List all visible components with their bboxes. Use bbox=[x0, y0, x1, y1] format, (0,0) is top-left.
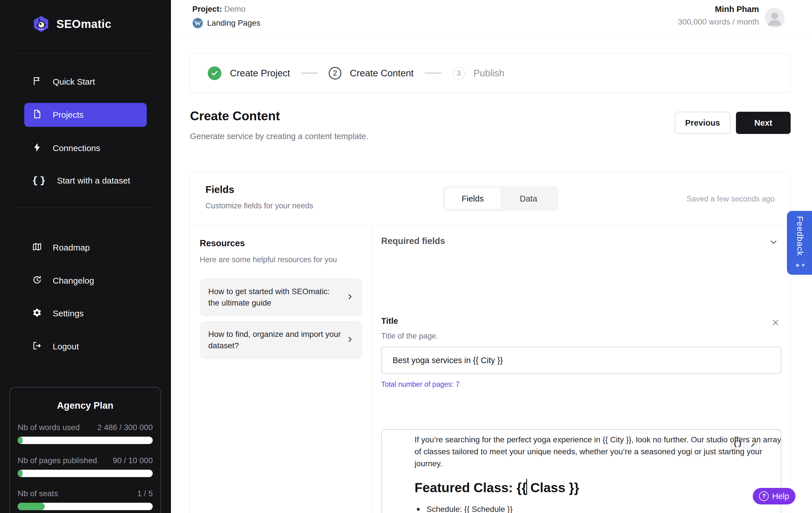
question-mark-icon: ? bbox=[759, 491, 769, 501]
tab-fields[interactable]: Fields bbox=[445, 188, 501, 209]
fields-subtitle: Customize fields for your needs bbox=[205, 201, 313, 210]
step-publish[interactable]: 3 Publish bbox=[453, 67, 504, 80]
content-editor[interactable]: { } If you’re searching for the perfect … bbox=[381, 429, 781, 513]
sidebar-item-label: Projects bbox=[53, 110, 84, 120]
plan-row-value: 2 486 / 300 000 bbox=[97, 423, 153, 432]
step-label: Publish bbox=[473, 68, 504, 79]
plan-row-words: Nb of words used 2 486 / 300 000 bbox=[18, 423, 153, 444]
editor-content: If you’re searching for the perfect yoga… bbox=[414, 434, 781, 513]
close-icon[interactable] bbox=[771, 318, 780, 328]
wordpress-icon: W bbox=[192, 18, 203, 28]
topbar: Project: Demo W Landing Pages Minh Pham … bbox=[171, 0, 812, 35]
step-label: Create Content bbox=[350, 68, 414, 79]
feedback-tab[interactable]: Feedback ✦✦ bbox=[787, 211, 812, 275]
title-input[interactable] bbox=[381, 347, 781, 374]
help-button[interactable]: ? Help bbox=[753, 488, 795, 505]
resources-title: Resources bbox=[200, 238, 245, 249]
progress-bar-pages bbox=[18, 470, 153, 477]
sidebar-item-label: Roadmap bbox=[53, 243, 90, 253]
plan-row-label: Nb of pages published bbox=[18, 456, 97, 465]
project-info: Project: Demo W Landing Pages bbox=[192, 5, 260, 28]
content-paragraph: If you’re searching for the perfect yoga… bbox=[414, 434, 781, 470]
feedback-label: Feedback bbox=[795, 216, 805, 256]
resource-card-getting-started[interactable]: How to get started with SEOmatic: the ul… bbox=[200, 278, 362, 316]
sidebar-item-label: Start with a dataset bbox=[57, 176, 130, 186]
stepper: Create Project 2 Create Content 3 Publis… bbox=[190, 54, 791, 93]
step-create-project[interactable]: Create Project bbox=[208, 66, 290, 80]
plan-row-value: 90 / 10 000 bbox=[113, 456, 153, 465]
sidebar-item-quick-start[interactable]: Quick Start bbox=[24, 70, 147, 94]
step-number: 3 bbox=[453, 67, 465, 80]
avatar[interactable] bbox=[765, 8, 785, 28]
sidebar-item-connections[interactable]: Connections bbox=[24, 136, 147, 160]
braces-icon: { } bbox=[32, 175, 46, 186]
sidebar-item-label: Changelog bbox=[53, 276, 94, 286]
sparkles-icon: ✦✦ bbox=[794, 260, 806, 270]
saved-status: Saved a few seconds ago bbox=[687, 195, 775, 203]
fields-data-tabs: Fields Data bbox=[443, 186, 558, 211]
step-create-content[interactable]: 2 Create Content bbox=[329, 67, 414, 80]
step-separator bbox=[425, 73, 442, 74]
progress-bar-words bbox=[18, 437, 153, 444]
sidebar: SEOmatic Quick Start Projects bbox=[0, 0, 171, 513]
plan-row-seats: Nb of seats 1 / 5 bbox=[18, 489, 153, 510]
resources-panel: Resources Here are some helpful resource… bbox=[190, 225, 372, 513]
seomatic-app: SEOmatic Quick Start Projects bbox=[0, 0, 812, 513]
progress-fill bbox=[18, 470, 23, 477]
sidebar-item-roadmap[interactable]: Roadmap bbox=[24, 236, 147, 260]
sidebar-item-start-with-dataset[interactable]: { } Start with a dataset bbox=[24, 169, 147, 193]
resource-card-title: How to get started with SEOmatic: the ul… bbox=[208, 286, 342, 309]
plan-row-label: Nb of words used bbox=[18, 423, 80, 432]
project-label: Project: bbox=[192, 5, 222, 13]
step-label: Create Project bbox=[230, 68, 290, 79]
content-heading: Featured Class: {{ Class }} bbox=[414, 480, 781, 495]
flag-icon bbox=[32, 76, 42, 88]
chevron-down-icon[interactable] bbox=[769, 237, 778, 248]
app-name: SEOmatic bbox=[56, 18, 111, 30]
project-name: Demo bbox=[224, 5, 245, 13]
next-button[interactable]: Next bbox=[736, 112, 791, 134]
required-fields-panel: Required fields Title Title of the page.… bbox=[372, 225, 790, 513]
previous-button[interactable]: Previous bbox=[675, 112, 730, 134]
sidebar-item-label: Settings bbox=[53, 309, 84, 318]
fields-title: Fields bbox=[205, 184, 234, 195]
total-pages-link[interactable]: Total number of pages: 7 bbox=[381, 380, 460, 389]
help-label: Help bbox=[772, 492, 789, 501]
sidebar-item-projects[interactable]: Projects bbox=[24, 103, 147, 127]
resource-card-import-dataset[interactable]: How to find, organize and import your da… bbox=[200, 321, 362, 359]
tab-data[interactable]: Data bbox=[501, 188, 556, 209]
app-logo[interactable]: SEOmatic bbox=[32, 15, 111, 33]
sidebar-divider-top bbox=[16, 53, 155, 53]
lightning-icon bbox=[32, 142, 42, 154]
agency-plan-card: Agency Plan Nb of words used 2 486 / 300… bbox=[9, 387, 161, 513]
page-subtitle: Generate service by creating a content t… bbox=[190, 132, 368, 141]
fields-card-header: Fields Customize fields for your needs F… bbox=[190, 172, 790, 225]
resources-subtitle: Here are some helpful resources for you bbox=[200, 255, 337, 264]
map-icon bbox=[32, 242, 42, 254]
plan-row-pages: Nb of pages published 90 / 10 000 bbox=[18, 456, 153, 477]
sidebar-item-changelog[interactable]: Changelog bbox=[24, 269, 147, 293]
logout-icon bbox=[32, 341, 42, 352]
bullet-item: Schedule: {{ Schedule }} bbox=[414, 503, 781, 513]
resource-card-title: How to find, organize and import your da… bbox=[208, 329, 342, 351]
chevron-right-icon bbox=[346, 336, 354, 344]
sidebar-item-settings[interactable]: Settings bbox=[24, 302, 147, 325]
required-fields-title: Required fields bbox=[381, 236, 445, 246]
seomatic-logo-icon bbox=[32, 15, 50, 33]
title-field-label: Title bbox=[381, 316, 398, 326]
page-title: Create Content bbox=[190, 109, 280, 123]
title-field-description: Title of the page. bbox=[381, 332, 438, 341]
gear-icon bbox=[32, 308, 42, 319]
connection-row[interactable]: W Landing Pages bbox=[192, 18, 260, 28]
history-clock-icon bbox=[32, 275, 42, 287]
user-info: Minh Pham 300,000 words / month bbox=[678, 5, 759, 27]
step-number: 2 bbox=[329, 67, 341, 80]
document-icon bbox=[32, 109, 42, 121]
sidebar-item-label: Logout bbox=[53, 342, 79, 351]
progress-fill bbox=[18, 503, 45, 510]
user-quota: 300,000 words / month bbox=[678, 18, 759, 27]
user-name: Minh Pham bbox=[678, 5, 759, 14]
step-separator bbox=[301, 73, 318, 74]
connection-name: Landing Pages bbox=[207, 19, 260, 28]
sidebar-item-logout[interactable]: Logout bbox=[24, 335, 147, 359]
